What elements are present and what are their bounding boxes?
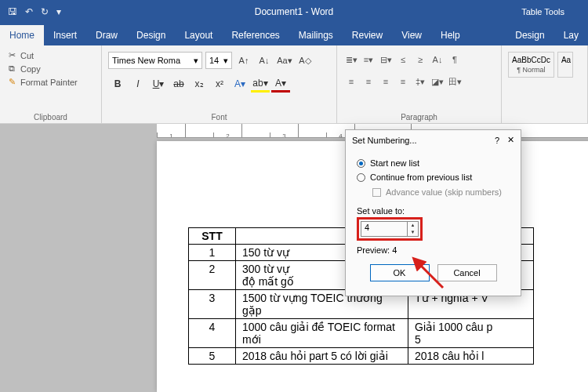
radio-icon <box>357 159 365 168</box>
tab-draw[interactable]: Draw <box>86 25 127 45</box>
tab-design[interactable]: Design <box>127 25 175 45</box>
set-value-input[interactable]: 4 ▲▼ <box>361 221 419 237</box>
group-font: Times New Roma▾ 14▾ A↑ A↓ Aa▾ A◇ B I U▾ … <box>102 45 337 123</box>
clipboard-label: Clipboard <box>6 113 95 123</box>
paragraph-label: Paragraph <box>343 113 495 123</box>
table-tools-label: Table Tools <box>521 7 588 16</box>
tab-references[interactable]: References <box>222 25 289 45</box>
bold-button[interactable]: B <box>108 75 127 93</box>
qat-more-icon[interactable]: ▾ <box>56 6 61 17</box>
font-size-select[interactable]: 14▾ <box>205 52 232 69</box>
justify-button[interactable]: ≡ <box>395 74 411 89</box>
style-other[interactable]: Aa <box>557 52 573 78</box>
style-normal[interactable]: AaBbCcDc ¶ Normal <box>508 52 554 78</box>
tab-review[interactable]: Review <box>343 25 392 45</box>
font-name-select[interactable]: Times New Roma▾ <box>108 52 202 69</box>
spinner-up-icon[interactable]: ▲ <box>408 222 418 229</box>
tab-view[interactable]: View <box>392 25 431 45</box>
preview-label: Preview: 4 <box>357 242 510 261</box>
change-case-button[interactable]: Aa▾ <box>276 52 293 69</box>
table-row: 41000 câu giải đề TOEIC format mớiGiải 1… <box>189 319 534 348</box>
help-icon[interactable]: ? <box>495 136 499 145</box>
borders-button[interactable]: 田▾ <box>447 74 463 89</box>
brush-icon: ✎ <box>6 77 17 87</box>
ribbon-tabs: Home Insert Draw Design Layout Reference… <box>0 24 588 45</box>
advance-value-checkbox: Advance value (skip numbers) <box>357 184 510 203</box>
tab-layout[interactable]: Layout <box>175 25 222 45</box>
cut-icon: ✂ <box>6 50 17 60</box>
save-icon[interactable]: 🖫 <box>8 6 17 17</box>
show-marks-button[interactable]: ¶ <box>447 52 463 67</box>
format-painter-button[interactable]: ✎Format Painter <box>6 75 95 89</box>
tab-home[interactable]: Home <box>0 25 44 45</box>
start-new-list-radio[interactable]: Start new list <box>357 156 510 170</box>
document-title: Document1 - Word <box>255 6 333 17</box>
cut-button[interactable]: ✂Cut <box>6 49 95 62</box>
tab-table-design[interactable]: Design <box>506 25 554 45</box>
ribbon: ✂Cut ⧉Copy ✎Format Painter Clipboard Tim… <box>0 45 588 124</box>
table-row: 52018 câu hỏi part 5 có lời giải2018 câu… <box>189 348 534 365</box>
align-center-button[interactable]: ≡ <box>361 74 376 89</box>
table-header: STT <box>189 228 236 245</box>
title-bar: 🖫 ↶ ↻ ▾ Document1 - Word Table Tools <box>0 0 588 24</box>
copy-icon: ⧉ <box>6 64 17 74</box>
redo-icon[interactable]: ↻ <box>41 6 49 17</box>
clear-formatting-button[interactable]: A◇ <box>296 52 314 69</box>
italic-button[interactable]: I <box>129 75 147 93</box>
line-spacing-button[interactable]: ‡▾ <box>412 74 428 89</box>
underline-button[interactable]: U▾ <box>149 75 168 93</box>
group-clipboard: ✂Cut ⧉Copy ✎Format Painter Clipboard <box>0 45 102 123</box>
spinner-down-icon[interactable]: ▼ <box>408 229 418 236</box>
grow-font-button[interactable]: A↑ <box>235 52 252 69</box>
group-styles: AaBbCcDc ¶ Normal Aa <box>502 45 588 123</box>
copy-button[interactable]: ⧉Copy <box>6 62 95 75</box>
close-icon[interactable]: ✕ <box>507 135 514 145</box>
text-effects-button[interactable]: A▾ <box>230 75 249 93</box>
highlight-box: 4 ▲▼ <box>357 217 423 241</box>
set-numbering-dialog: Set Numbering... ? ✕ Start new list Cont… <box>345 129 521 296</box>
highlight-button[interactable]: ab▾ <box>251 75 270 93</box>
align-left-button[interactable]: ≡ <box>343 74 359 89</box>
cancel-button[interactable]: Cancel <box>437 264 497 281</box>
strike-button[interactable]: ab <box>169 75 188 93</box>
decrease-indent-button[interactable]: ≤ <box>395 52 411 67</box>
continue-list-radio[interactable]: Continue from previous list <box>357 170 510 184</box>
checkbox-icon <box>372 188 381 197</box>
increase-indent-button[interactable]: ≥ <box>412 52 428 67</box>
ok-button[interactable]: OK <box>370 264 430 281</box>
subscript-button[interactable]: x₂ <box>190 75 209 93</box>
shrink-font-button[interactable]: A↓ <box>256 52 273 69</box>
group-paragraph: ≣▾ ≡▾ ⊟▾ ≤ ≥ A↓ ¶ ≡ ≡ ≡ ≡ ‡▾ ◪▾ 田▾ Parag… <box>337 45 502 123</box>
sort-button[interactable]: A↓ <box>430 52 445 67</box>
undo-icon[interactable]: ↶ <box>25 6 33 17</box>
chevron-down-icon: ▾ <box>223 56 228 66</box>
tab-insert[interactable]: Insert <box>44 25 86 45</box>
dialog-title: Set Numbering... <box>352 136 495 145</box>
multilevel-button[interactable]: ⊟▾ <box>378 52 394 67</box>
superscript-button[interactable]: x² <box>210 75 229 93</box>
tab-table-layout[interactable]: Lay <box>554 25 588 45</box>
font-color-button[interactable]: A▾ <box>271 75 290 93</box>
align-right-button[interactable]: ≡ <box>378 74 394 89</box>
set-value-label: Set value to: <box>357 203 510 216</box>
radio-icon <box>357 173 365 182</box>
bullets-button[interactable]: ≣▾ <box>343 52 359 67</box>
font-label: Font <box>108 113 330 123</box>
tab-help[interactable]: Help <box>431 25 470 45</box>
numbering-button[interactable]: ≡▾ <box>361 52 376 67</box>
shading-button[interactable]: ◪▾ <box>430 74 445 89</box>
chevron-down-icon: ▾ <box>194 56 198 66</box>
tab-mailings[interactable]: Mailings <box>289 25 343 45</box>
